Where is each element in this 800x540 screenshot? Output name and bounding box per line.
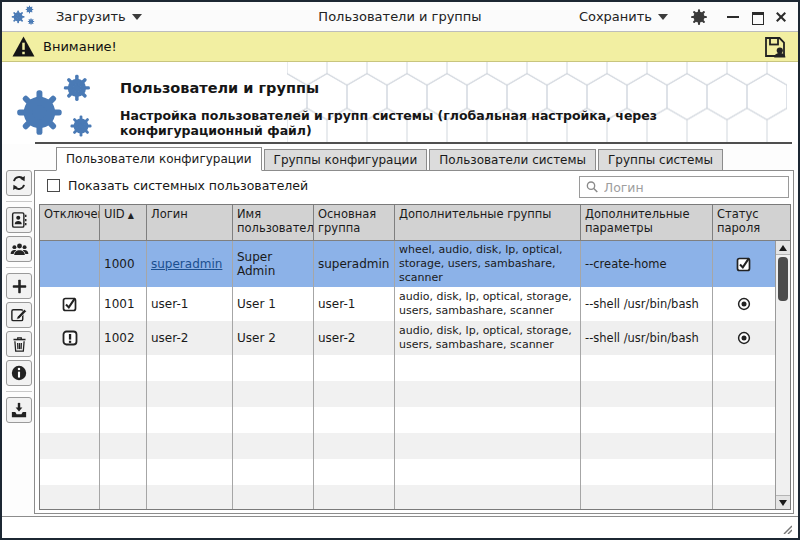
page-header: Пользователи и группы Настройка пользова… (2, 62, 798, 144)
scroll-up-button[interactable] (776, 241, 790, 255)
checkbox-checked-icon[interactable] (62, 296, 78, 312)
search-input[interactable] (604, 180, 782, 195)
cell-password-status (713, 321, 775, 355)
table-row-user-2[interactable]: 1002 user-2 User 2 user-2 audio, disk, l… (40, 321, 775, 355)
scrollbar-thumb[interactable] (778, 257, 788, 301)
show-system-users-label: Показать системных пользователей (68, 178, 308, 193)
search-box (579, 176, 789, 198)
tab-system-users[interactable]: Пользователи системы (429, 149, 596, 171)
gears-logo-icon (14, 72, 94, 138)
cell-extra-params: --shell /usr/bin/bash (581, 321, 713, 355)
column-header-extra-groups[interactable]: Дополнительные группы (395, 205, 581, 241)
empty-row (40, 355, 775, 381)
app-window: Пользователи и группы Загрузить Сохранит… (0, 0, 800, 540)
radio-selected-icon[interactable] (737, 297, 751, 311)
table-row-superadmin[interactable]: 1000 superadmin Super Admin superadmin w… (40, 241, 775, 287)
delete-user-button[interactable] (6, 331, 32, 357)
load-menu-button[interactable]: Загрузить (52, 6, 146, 27)
cell-uid: 1000 (100, 241, 147, 287)
page-title: Пользователи и группы (120, 80, 319, 96)
column-header-disabled[interactable]: Отключен (40, 205, 100, 241)
settings-gear-icon[interactable] (690, 8, 708, 26)
load-menu-label: Загрузить (56, 9, 126, 24)
warning-triangle-icon (12, 36, 35, 57)
cell-password-status (713, 241, 775, 287)
login-link[interactable]: superadmin (151, 257, 222, 271)
cell-primary-group: user-1 (314, 287, 395, 321)
cell-extra-groups: audio, disk, lp, optical, storage, users… (395, 321, 581, 355)
page-subtitle: Настройка пользователей и групп системы … (120, 108, 770, 138)
tab-system-groups[interactable]: Группы системы (598, 149, 723, 171)
scrollbar-track[interactable] (776, 303, 790, 495)
checkbox-checked-icon[interactable] (736, 256, 752, 272)
empty-row (40, 381, 775, 407)
empty-row (40, 485, 775, 509)
cell-uid: 1002 (100, 321, 147, 355)
close-icon[interactable] (774, 10, 788, 24)
plus-icon (11, 278, 28, 295)
refresh-button[interactable] (6, 170, 32, 196)
column-header-login[interactable]: Логин (147, 205, 233, 241)
users-table: Отключен UID▲ Логин Имя пользователя Осн… (39, 204, 791, 510)
minimize-icon[interactable] (726, 10, 740, 24)
empty-row (40, 433, 775, 459)
tab-config-groups[interactable]: Группы конфигурации (264, 149, 428, 171)
save-menu-button[interactable]: Сохранить (575, 6, 672, 27)
info-button[interactable] (6, 360, 32, 386)
triangle-down-icon (779, 500, 787, 506)
column-header-extra-params[interactable]: Дополнительные параметры (581, 205, 713, 241)
table-header-row: Отключен UID▲ Логин Имя пользователя Осн… (40, 205, 790, 241)
titlebar: Пользователи и группы Загрузить Сохранит… (2, 2, 798, 32)
cell-password-status (713, 287, 775, 321)
column-header-uid[interactable]: UID▲ (100, 205, 147, 241)
warning-box-icon[interactable] (62, 330, 78, 346)
edit-user-button[interactable] (6, 302, 32, 328)
empty-row (40, 459, 775, 485)
cell-name: User 2 (233, 321, 314, 355)
sort-ascending-icon: ▲ (128, 211, 134, 220)
table-row-user-1[interactable]: 1001 user-1 User 1 user-1 audio, disk, l… (40, 287, 775, 321)
cell-extra-params: --create-home (581, 241, 713, 287)
add-user-button[interactable] (6, 273, 32, 299)
app-gears-icon (10, 5, 40, 29)
tab-content: Показать системных пользователей Отключе… (34, 170, 794, 514)
cell-login: user-1 (147, 287, 233, 321)
cell-extra-groups: audio, disk, lp, optical, storage, users… (395, 287, 581, 321)
chevron-down-icon (658, 14, 668, 20)
header-divider (35, 142, 792, 144)
empty-row (40, 407, 775, 433)
cell-primary-group: user-2 (314, 321, 395, 355)
user-card-icon (10, 211, 28, 229)
save-menu-label: Сохранить (579, 9, 652, 24)
triangle-up-icon (779, 245, 787, 251)
maximize-icon[interactable] (750, 10, 764, 24)
import-download-icon (10, 401, 28, 419)
cell-disabled (40, 287, 100, 321)
column-header-password-status[interactable]: Статус пароля (713, 205, 775, 241)
import-users-button[interactable] (6, 397, 32, 423)
radio-selected-icon[interactable] (737, 331, 751, 345)
resize-grip[interactable] (780, 522, 792, 534)
chevron-down-icon (132, 14, 142, 20)
cell-extra-groups: wheel, audio, disk, lp, optical, storage… (395, 241, 581, 287)
tab-config-users[interactable]: Пользователи конфигурации (56, 147, 262, 171)
sidebar-separator (6, 201, 32, 202)
search-icon (586, 180, 599, 194)
cell-disabled (40, 321, 100, 355)
column-header-name[interactable]: Имя пользователя (233, 205, 314, 241)
cell-uid: 1001 (100, 287, 147, 321)
user-group-button[interactable] (6, 236, 32, 262)
scroll-down-button[interactable] (776, 495, 790, 509)
warning-bar: Внимание! (2, 32, 798, 62)
cell-disabled[interactable] (40, 241, 100, 287)
user-card-button[interactable] (6, 207, 32, 233)
cell-login: user-2 (147, 321, 233, 355)
column-header-primary-group[interactable]: Основная группа (314, 205, 395, 241)
show-system-users-checkbox[interactable] (47, 179, 60, 192)
sidebar-toolbar (5, 170, 33, 426)
scrollbar-header-spacer (775, 205, 790, 241)
window-controls (726, 10, 788, 24)
tab-bar: Пользователи конфигурации Группы конфигу… (56, 147, 725, 171)
save-users-icon[interactable] (762, 35, 788, 59)
sidebar-separator (6, 267, 32, 268)
